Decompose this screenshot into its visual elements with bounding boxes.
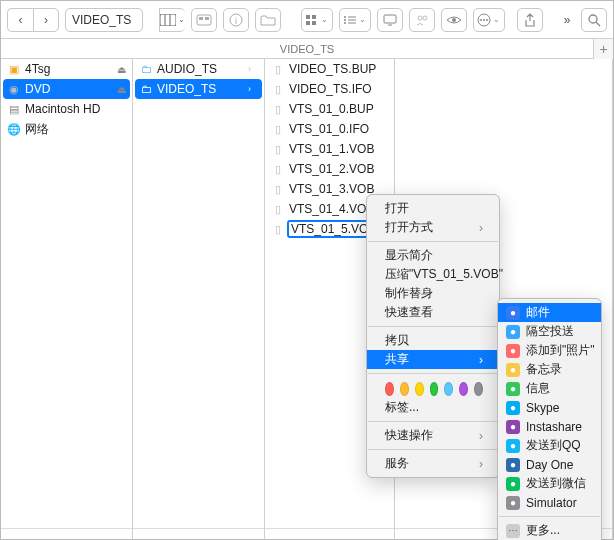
more-icon: [477, 13, 491, 27]
app-icon: ●: [506, 401, 520, 415]
tag-dot[interactable]: [400, 382, 409, 396]
svg-text:i: i: [235, 16, 237, 26]
tag-dot[interactable]: [415, 382, 424, 396]
share-item[interactable]: ●Skype: [498, 398, 601, 417]
menu-share[interactable]: 共享: [367, 350, 499, 369]
share-item[interactable]: ●Instashare: [498, 417, 601, 436]
svg-point-26: [486, 19, 488, 21]
svg-rect-8: [306, 15, 310, 19]
hd-icon: ▤: [7, 102, 21, 116]
menu-quick-look[interactable]: 快速查看: [367, 303, 499, 322]
file-item[interactable]: ▯VTS_01_0.IFO: [265, 119, 394, 139]
svg-point-24: [480, 19, 482, 21]
file-item[interactable]: ▯VIDEO_TS.IFO: [265, 79, 394, 99]
folder-item[interactable]: 🗀AUDIO_TS›: [133, 59, 264, 79]
tag-dot[interactable]: [430, 382, 439, 396]
share-item[interactable]: ●添加到"照片": [498, 341, 601, 360]
menu-open[interactable]: 打开: [367, 199, 499, 218]
app-icon: ●: [506, 439, 520, 453]
menu-open-with[interactable]: 打开方式: [367, 218, 499, 237]
folder-label: VIDEO_TS: [157, 82, 244, 96]
sidebar-label: DVD: [25, 82, 113, 96]
menu-copy[interactable]: 拷贝: [367, 331, 499, 350]
columns-icon: [160, 14, 176, 26]
sidebar-item[interactable]: ◉DVD⏏: [3, 79, 130, 99]
app-icon: ●: [506, 325, 520, 339]
share-button[interactable]: [517, 8, 543, 32]
action-menu-button[interactable]: ⌄: [473, 8, 505, 32]
share-label: 隔空投送: [526, 323, 574, 340]
new-folder-button[interactable]: [255, 8, 281, 32]
file-label: VTS_01_5.VOB: [291, 222, 376, 236]
tag-dot[interactable]: [459, 382, 468, 396]
eject-icon[interactable]: ⏏: [117, 64, 126, 75]
sidebar-item[interactable]: ▤Macintosh HD: [1, 99, 132, 119]
menu-quick-actions[interactable]: 快速操作: [367, 426, 499, 445]
eject-icon[interactable]: ⏏: [117, 84, 126, 95]
share-item[interactable]: ●Simulator: [498, 493, 601, 512]
sidebar-item[interactable]: ▣4Tsg⏏: [1, 59, 132, 79]
tag-dot[interactable]: [474, 382, 483, 396]
search-button[interactable]: [581, 8, 607, 32]
svg-rect-5: [205, 17, 209, 20]
search-icon: [587, 13, 601, 27]
share-item[interactable]: ●备忘录: [498, 360, 601, 379]
menu-compress[interactable]: 压缩"VTS_01_5.VOB": [367, 265, 499, 284]
folder-item[interactable]: 🗀VIDEO_TS›: [135, 79, 262, 99]
share-item[interactable]: ●发送到微信: [498, 474, 601, 493]
file-item[interactable]: ▯VIDEO_TS.BUP: [265, 59, 394, 79]
display-icon: [383, 14, 397, 26]
share-item[interactable]: ●信息: [498, 379, 601, 398]
share-label: Day One: [526, 458, 573, 472]
share-item[interactable]: ●Day One: [498, 455, 601, 474]
file-label: VTS_01_1.VOB: [289, 142, 388, 156]
svg-point-20: [418, 16, 422, 20]
app-icon: ●: [506, 363, 520, 377]
menu-services[interactable]: 服务: [367, 454, 499, 473]
path-bar: VIDEO_TS +: [1, 39, 613, 59]
file-item[interactable]: ▯VTS_01_0.BUP: [265, 99, 394, 119]
share-toolbar-button[interactable]: [409, 8, 435, 32]
folder-title[interactable]: VIDEO_TS: [65, 8, 143, 32]
forward-button[interactable]: ›: [33, 8, 59, 32]
share-item[interactable]: ●发送到QQ: [498, 436, 601, 455]
share-label: Simulator: [526, 496, 577, 510]
file-icon: ▯: [271, 222, 285, 236]
tag-dot[interactable]: [444, 382, 453, 396]
file-item[interactable]: ▯VTS_01_2.VOB: [265, 159, 394, 179]
share-more[interactable]: ⋯更多...: [498, 521, 601, 540]
sort-menu-button[interactable]: ⌄: [339, 8, 371, 32]
menu-tags[interactable]: 标签...: [367, 398, 499, 417]
overflow-button[interactable]: »: [559, 8, 575, 32]
menu-make-alias[interactable]: 制作替身: [367, 284, 499, 303]
file-icon: ▯: [271, 122, 285, 136]
file-icon: ▯: [271, 142, 285, 156]
app-icon: ●: [506, 306, 520, 320]
share-item[interactable]: ●邮件: [498, 303, 601, 322]
file-icon: ▯: [271, 102, 285, 116]
menu-get-info[interactable]: 显示简介: [367, 246, 499, 265]
back-button[interactable]: ‹: [7, 8, 33, 32]
info-button[interactable]: i: [223, 8, 249, 32]
share-label: Instashare: [526, 420, 582, 434]
sidebar-label: Macintosh HD: [25, 102, 126, 116]
sidebar-column: ▣4Tsg⏏◉DVD⏏▤Macintosh HD🌐网络: [1, 59, 133, 539]
file-item[interactable]: ▯VTS_01_1.VOB: [265, 139, 394, 159]
group-button[interactable]: [191, 8, 217, 32]
airdrop-button[interactable]: [377, 8, 403, 32]
add-tab-button[interactable]: +: [593, 39, 613, 59]
share-item[interactable]: ●隔空投送: [498, 322, 601, 341]
view-columns-button[interactable]: ⌄: [159, 8, 185, 32]
preview-button[interactable]: [441, 8, 467, 32]
sidebar-label: 4Tsg: [25, 62, 113, 76]
file-label: VTS_01_0.BUP: [289, 102, 388, 116]
svg-point-14: [344, 19, 346, 21]
svg-point-16: [344, 22, 346, 24]
svg-point-21: [423, 16, 427, 20]
tag-dot[interactable]: [385, 382, 394, 396]
people-icon: [415, 14, 429, 26]
more-icon: ⋯: [506, 524, 520, 538]
sidebar-item[interactable]: 🌐网络: [1, 119, 132, 139]
arrange-button[interactable]: ⌄: [301, 8, 333, 32]
share-label: 备忘录: [526, 361, 562, 378]
